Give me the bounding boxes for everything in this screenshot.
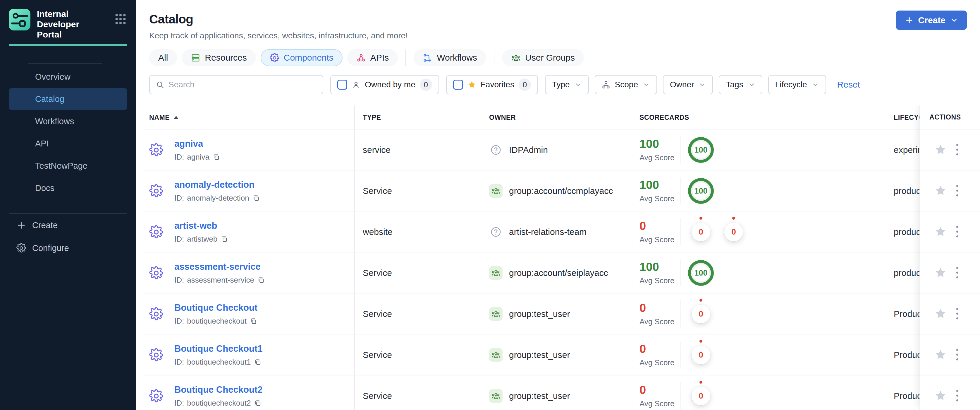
owner-name: IDPAdmin	[509, 145, 548, 155]
entity-name-link[interactable]: Boutique Checkout1	[174, 343, 262, 354]
copy-icon[interactable]	[220, 235, 228, 243]
favorites-checkbox[interactable]	[453, 80, 463, 89]
owner-name: group:account/seiplayacc	[509, 268, 608, 278]
entity-name-link[interactable]: anomaly-detection	[174, 180, 260, 190]
sidebar-nav-item[interactable]: API	[0, 132, 136, 155]
filter-dropdown[interactable]: Owner	[663, 75, 713, 94]
sidebar-create[interactable]: Create	[0, 214, 136, 237]
filter-dropdown[interactable]: Type	[545, 75, 589, 94]
table-row: Boutique Checkout ID: boutiquecheckout S…	[136, 294, 980, 335]
owner-cell: group:test_user	[489, 307, 570, 321]
avg-score-value: 100	[640, 179, 680, 191]
kebab-menu-icon[interactable]	[955, 306, 960, 321]
catalog-tab[interactable]: APIs	[347, 49, 398, 66]
column-header-scorecards[interactable]: SCORECARDS	[640, 113, 689, 121]
sidebar-nav-item[interactable]: TestNewPage	[0, 155, 136, 177]
favorite-star-icon[interactable]	[934, 266, 947, 279]
page-header: Catalog Keep track of applications, serv…	[136, 0, 980, 40]
reset-button[interactable]: Reset	[837, 80, 860, 89]
copy-icon[interactable]	[254, 399, 261, 407]
column-header-type[interactable]: TYPE	[363, 113, 381, 121]
copy-icon[interactable]	[252, 194, 260, 202]
catalog-tab[interactable]: Resources	[182, 49, 256, 66]
nav-divider	[28, 63, 102, 64]
owned-by-me-filter[interactable]: Owned by me 0	[330, 75, 439, 94]
group-icon	[489, 184, 503, 198]
alert-dot	[700, 340, 702, 343]
table-header: NAME TYPE OWNER SCORECARDS LIFECYCLE	[136, 105, 980, 129]
scorecard-badge-value: 0	[731, 227, 736, 237]
owned-by-me-checkbox[interactable]	[337, 80, 347, 89]
alert-dot	[700, 381, 702, 384]
avg-score-value: 0	[640, 384, 680, 396]
entity-name-link[interactable]: Boutique Checkout	[174, 303, 258, 313]
apps-grid-icon[interactable]	[114, 12, 127, 26]
sidebar-nav-item[interactable]: Docs	[0, 177, 136, 199]
entity-name-link[interactable]: assessment-service	[174, 262, 265, 272]
scorecard-badge-value: 0	[698, 309, 703, 319]
create-button[interactable]: Create	[896, 11, 967, 30]
search-box[interactable]	[149, 75, 323, 94]
kebab-menu-icon[interactable]	[955, 347, 960, 362]
plus-icon	[16, 220, 26, 230]
copy-icon[interactable]	[257, 276, 265, 284]
favorites-filter[interactable]: Favorites 0	[446, 75, 538, 94]
copy-icon[interactable]	[250, 317, 257, 325]
row-actions	[920, 171, 980, 211]
table-row: assessment-service ID: assessment-servic…	[136, 252, 980, 294]
dropdown-label: Tags	[726, 80, 743, 89]
main-content: Catalog Keep track of applications, serv…	[136, 0, 980, 410]
owner-cell: group:test_user	[489, 389, 570, 403]
sidebar-nav-label: Catalog	[35, 94, 64, 104]
column-header-owner[interactable]: OWNER	[489, 113, 516, 121]
catalog-tab[interactable]: All	[149, 49, 177, 66]
avg-score-value: 100	[640, 261, 680, 273]
tab-label: APIs	[370, 53, 389, 63]
kebab-menu-icon[interactable]	[955, 265, 960, 280]
question-icon	[489, 225, 503, 239]
entity-name-link[interactable]: Boutique Checkout2	[174, 384, 262, 395]
favorite-star-icon[interactable]	[934, 184, 947, 197]
search-input[interactable]	[169, 80, 317, 89]
sidebar-nav-item[interactable]: Overview	[0, 65, 136, 88]
scorecard-badge-value: 0	[698, 227, 703, 237]
owner-cell: artist-relations-team	[489, 225, 587, 239]
scorecard-badge: 0	[688, 301, 714, 327]
table-rows: agniva ID: agniva service IDPAdmin 100 A…	[136, 129, 980, 410]
filter-dropdown[interactable]: Scope	[595, 75, 657, 94]
score-divider	[680, 219, 681, 246]
row-actions	[920, 211, 980, 252]
score-divider	[680, 136, 681, 163]
column-header-name[interactable]: NAME	[149, 113, 178, 121]
lifecycle-cell: Production	[894, 309, 920, 319]
favorite-star-icon[interactable]	[934, 348, 947, 361]
sidebar-configure[interactable]: Configure	[0, 237, 136, 260]
kebab-menu-icon[interactable]	[955, 142, 960, 157]
favorite-star-icon[interactable]	[934, 389, 947, 402]
component-gear-icon	[149, 225, 163, 239]
column-header-lifecycle[interactable]: LIFECYCLE	[894, 105, 920, 129]
filter-dropdown[interactable]: Tags	[719, 75, 762, 94]
actions-column: ACTIONS	[920, 105, 980, 410]
sidebar-nav-item[interactable]: Catalog	[9, 88, 127, 110]
favorite-star-icon[interactable]	[934, 143, 947, 156]
catalog-tab[interactable]: Components	[261, 49, 342, 66]
entity-name-link[interactable]: agniva	[174, 139, 220, 149]
copy-icon[interactable]	[212, 153, 220, 161]
avg-score-label: Avg Score	[640, 276, 680, 285]
kebab-menu-icon[interactable]	[955, 388, 960, 403]
catalog-tab[interactable]: User Groups	[502, 49, 584, 66]
table-row: Boutique Checkout2 ID: boutiquecheckout2…	[136, 375, 980, 410]
favorite-star-icon[interactable]	[934, 225, 947, 238]
kebab-menu-icon[interactable]	[955, 183, 960, 198]
entity-name-link[interactable]: artist-web	[174, 220, 228, 231]
filter-dropdown[interactable]: Lifecycle	[768, 75, 826, 94]
app-logo-icon	[9, 9, 30, 30]
catalog-tab[interactable]: Workflows	[414, 49, 486, 66]
sidebar-nav-item[interactable]: Workflows	[0, 110, 136, 132]
favorite-star-icon[interactable]	[934, 307, 947, 320]
kebab-menu-icon[interactable]	[955, 224, 960, 239]
entity-id: ID: assessment-service	[174, 276, 265, 285]
copy-icon[interactable]	[254, 358, 261, 366]
chevron-down-icon	[574, 81, 582, 88]
